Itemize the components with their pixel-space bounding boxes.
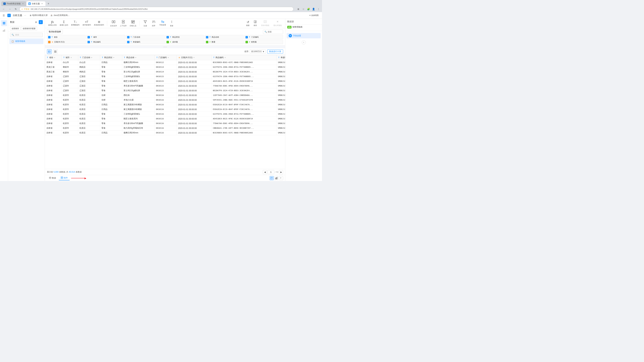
- field-item-bill-code[interactable]: ✓ T 单据编码: [126, 40, 165, 44]
- panel-settings-button[interactable]: ⚙: [34, 20, 38, 24]
- tab-finebi[interactable]: F FineBI商业智能 ×: [1, 1, 26, 6]
- profile-button[interactable]: 👤: [311, 7, 316, 11]
- tab-analysis[interactable]: 分析主题 ×: [26, 1, 46, 6]
- sidebar-search-input[interactable]: 🔍 搜索: [10, 33, 43, 37]
- field-item-date[interactable]: ✓ ⊙ 日期(年月日): [47, 40, 86, 44]
- th-sort-category[interactable]: ▼: [113, 57, 114, 58]
- more-button[interactable]: 更多: [168, 19, 176, 27]
- data-source-item[interactable]: xls 销售明细表: [285, 25, 322, 29]
- th-sort-province[interactable]: ▼: [54, 57, 56, 58]
- th-sort-product-code[interactable]: ▼: [224, 57, 226, 58]
- th-bill-code[interactable]: T 单据编码 ▼: [276, 55, 285, 60]
- new-tab-button[interactable]: +: [46, 1, 51, 6]
- url-bar[interactable]: ⚠ 不安全 192.168.171.80:8080/finebi/decisio…: [20, 7, 294, 11]
- field-checkbox-qty[interactable]: ✓: [206, 41, 208, 43]
- field-search-field[interactable]: [268, 31, 282, 33]
- field-settings-item[interactable]: To 字段设置: [286, 33, 321, 38]
- th-sort-store-code[interactable]: ▼: [167, 57, 169, 58]
- lr-merge-button[interactable]: 左右合并: [109, 19, 118, 27]
- compute-button[interactable]: 数据进行计算: [267, 49, 283, 54]
- add-panel-button[interactable]: +: [302, 40, 306, 44]
- field-item-store[interactable]: ✓ T 门店名称: [126, 35, 165, 39]
- save-all-button[interactable]: 全部保存: [10, 27, 20, 30]
- th-sort-store[interactable]: ▼: [91, 57, 92, 58]
- field-checkbox-bill-code[interactable]: ✓: [127, 41, 130, 43]
- app-title-more-icon[interactable]: ⋯: [24, 14, 26, 16]
- bookmark-2[interactable]: ☕ Java互联网架构...: [50, 14, 70, 17]
- filter-button[interactable]: 过滤: [141, 19, 149, 27]
- rows-select[interactable]: 前1000万行 ▼: [250, 50, 266, 53]
- exit-preview-button[interactable]: 退出并预览: [272, 19, 283, 27]
- bottom-table-icon[interactable]: [270, 176, 274, 180]
- th-sort-city[interactable]: ▼: [70, 57, 72, 58]
- field-settings-button[interactable]: To 字段设置: [158, 19, 167, 27]
- field-checkbox-store[interactable]: ✓: [127, 36, 130, 38]
- th-product-code[interactable]: T 商品编码 ▼: [212, 55, 276, 60]
- th-date[interactable]: ⊙ 日期(年月日) ▼: [176, 55, 212, 60]
- field-checkbox-store-code[interactable]: ✓: [246, 36, 248, 38]
- field-item-store-code[interactable]: ✓ T 门店编码: [244, 35, 283, 39]
- other-table-button[interactable]: ⊞ 其他表添加列: [92, 19, 105, 27]
- back-button[interactable]: ←: [1, 7, 6, 11]
- forward-button[interactable]: →: [8, 7, 12, 11]
- th-sort-date[interactable]: ▼: [193, 57, 195, 58]
- data-table-container[interactable]: T 省份 ▼ T 城市 ▼: [45, 55, 285, 169]
- field-checkbox-date[interactable]: ✓: [48, 41, 50, 43]
- translate-button[interactable]: ⊕: [296, 7, 300, 11]
- field-checkbox-cost[interactable]: ✓: [166, 41, 169, 43]
- cancel-all-select-button[interactable]: 取消全部选择: [47, 29, 63, 34]
- bottom-tab-data[interactable]: 数据: [47, 176, 58, 180]
- field-item-product-code[interactable]: ✓ T 商品编码: [86, 40, 125, 44]
- add-formula-col-button[interactable]: fx 新增公式列: [47, 19, 58, 27]
- tab-close-1[interactable]: ×: [22, 2, 24, 5]
- field-search-input[interactable]: 🔍: [263, 30, 283, 34]
- field-checkbox-province[interactable]: ✓: [48, 36, 50, 38]
- lineage-view-button[interactable]: ⊲ 血缘视图: [308, 13, 320, 17]
- add-value-col-button[interactable]: T↓ 新增赋值列: [70, 19, 81, 27]
- field-item-sales[interactable]: ✓ # 销售额: [244, 40, 283, 44]
- th-city[interactable]: T 城市 ▼: [62, 55, 78, 60]
- page-input[interactable]: [268, 170, 274, 174]
- field-item-cost[interactable]: ✓ # 成本额: [165, 40, 204, 44]
- card-view-button[interactable]: [53, 49, 58, 54]
- refresh-button[interactable]: ↻: [14, 7, 18, 11]
- bookmark-1[interactable]: 🖥 电商618数据大屏: [30, 14, 48, 17]
- group-summary-button[interactable]: 分组汇总: [128, 19, 138, 27]
- save-preview-button[interactable]: 另存并预览: [260, 19, 271, 27]
- field-checkbox-city[interactable]: ✓: [88, 36, 90, 38]
- save-update-button[interactable]: 全部保存并更新: [21, 27, 37, 30]
- add-data-button[interactable]: +: [39, 20, 43, 24]
- bookmark-button[interactable]: ☆: [301, 7, 306, 11]
- field-item-qty[interactable]: ✓ # 数量: [205, 40, 244, 44]
- bottom-tab-components[interactable]: 组件: [59, 176, 70, 180]
- page-prev-button[interactable]: ◀: [263, 170, 267, 174]
- app-nav-icon[interactable]: ☰: [2, 14, 5, 17]
- field-item-product[interactable]: ✓ T 商品名称: [205, 35, 244, 39]
- tb-merge-button[interactable]: 上下合并: [118, 19, 128, 27]
- field-checkbox-product-code[interactable]: ✓: [88, 41, 90, 43]
- resize-handle[interactable]: [45, 45, 285, 48]
- bottom-chart-icon[interactable]: [274, 176, 278, 180]
- add-summary-col-button[interactable]: Σ 新增汇总列: [58, 19, 70, 27]
- sidebar-icon-data[interactable]: [1, 20, 7, 26]
- sort-button[interactable]: 排序: [150, 19, 158, 27]
- field-checkbox-sales[interactable]: ✓: [246, 41, 248, 43]
- table-view-button[interactable]: [47, 49, 52, 54]
- tab-close-2[interactable]: ×: [41, 2, 44, 5]
- th-category[interactable]: T 商品类别 ▼: [100, 55, 122, 60]
- th-sort-product[interactable]: ▼: [135, 57, 137, 58]
- field-item-category[interactable]: ✓ T 商品类别: [165, 35, 204, 39]
- status-total-link[interactable]: 40,514: [69, 171, 75, 173]
- refresh-button[interactable]: ↺ 刷新: [245, 19, 251, 27]
- sidebar-icon-chart[interactable]: [1, 27, 7, 33]
- th-product[interactable]: T 商品名称 ▼: [122, 55, 155, 60]
- page-next-button[interactable]: ▶: [279, 170, 283, 174]
- save-button[interactable]: 保存: [252, 19, 258, 27]
- field-checkbox-product[interactable]: ✓: [206, 36, 208, 38]
- th-store[interactable]: T 门店名称 ▼: [78, 55, 100, 60]
- bottom-text-icon[interactable]: T: [279, 176, 283, 180]
- table-item-sales[interactable]: 📋 销售明细表: [10, 38, 44, 44]
- field-checkbox-category[interactable]: ✓: [166, 36, 169, 38]
- field-item-city[interactable]: ✓ T 城市: [86, 35, 125, 39]
- th-province[interactable]: T 省份 ▼: [45, 55, 62, 60]
